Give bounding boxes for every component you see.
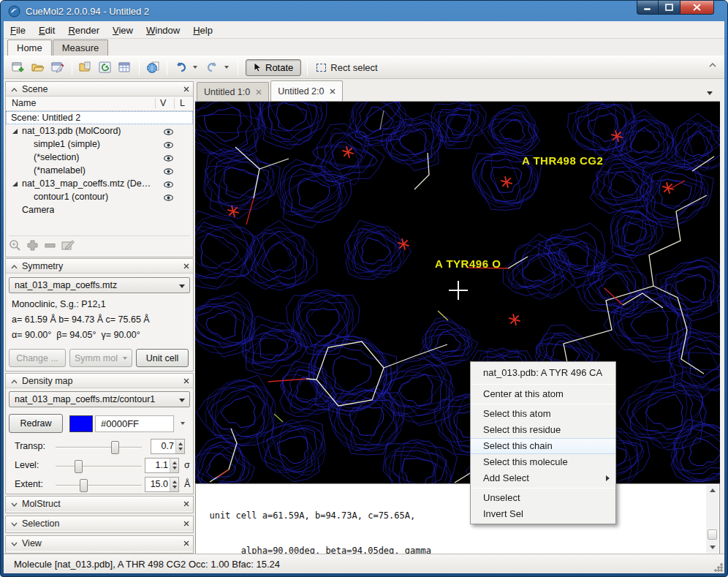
menu-edit[interactable]: Edit (32, 23, 61, 37)
add-object-icon[interactable] (26, 239, 39, 254)
close-panel-icon[interactable] (183, 376, 189, 386)
expander-icon[interactable] (12, 129, 18, 134)
menu-item-select-chain[interactable]: Select this chain (471, 438, 615, 454)
tree-row-selection[interactable]: (*selection) (6, 151, 193, 164)
visibility-eye-icon[interactable] (164, 140, 173, 151)
molecular-viewport-canvas[interactable] (195, 102, 720, 483)
close-panel-icon[interactable] (183, 84, 189, 94)
color-dropdown-caret[interactable] (181, 422, 185, 425)
extent-slider-thumb[interactable] (80, 479, 88, 492)
color-hex-field[interactable]: #0000FF (95, 415, 174, 432)
spin-arrows[interactable] (170, 459, 178, 472)
close-tab-icon[interactable] (256, 89, 262, 95)
menu-item-unselect[interactable]: Unselect (471, 490, 615, 506)
close-button[interactable] (680, 1, 714, 15)
menu-item-select-atom[interactable]: Select this atom (471, 406, 615, 422)
scroll-up-button[interactable] (707, 485, 718, 496)
render-file-button[interactable] (144, 59, 162, 75)
visibility-eye-icon[interactable] (164, 180, 173, 190)
undo-button[interactable] (172, 59, 189, 75)
change-button[interactable]: Change ... (9, 349, 66, 367)
spin-arrows[interactable] (175, 440, 184, 453)
molecular-viewport[interactable]: A THR498 CG2 A TYR496 O (195, 102, 720, 483)
view-header[interactable]: View (6, 536, 193, 551)
column-name[interactable]: Name (12, 98, 36, 108)
molstruct-header[interactable]: MolStruct (6, 497, 193, 511)
selection-header[interactable]: Selection (6, 516, 193, 531)
close-panel-icon[interactable] (183, 518, 189, 529)
visibility-eye-icon[interactable] (164, 167, 173, 177)
level-slider-thumb[interactable] (75, 460, 83, 473)
column-visibility[interactable]: V (160, 98, 166, 108)
tab-home[interactable]: Home (7, 39, 52, 56)
close-tab-icon[interactable] (330, 88, 335, 94)
redo-button[interactable] (203, 59, 221, 75)
menu-item-select-residue[interactable]: Select this residue (471, 422, 615, 438)
expander-icon[interactable] (12, 181, 18, 186)
tree-row-scene[interactable]: Scene: Untitled 2 (6, 111, 193, 124)
open-scene-button[interactable] (29, 59, 47, 75)
title-bar[interactable]: CueMol2 2.0.0.94 - Untitled 2 (1, 1, 727, 21)
open-file-button[interactable] (77, 59, 94, 75)
collapse-panel-chevron[interactable] (11, 376, 18, 386)
remove-object-icon[interactable] (44, 239, 56, 254)
expand-panel-chevron[interactable] (11, 538, 18, 548)
menu-item-add-select[interactable]: Add Select (471, 470, 615, 486)
menu-view[interactable]: View (106, 23, 140, 37)
menu-item-select-molecule[interactable]: Select this molecule (471, 454, 615, 470)
extent-spinbox[interactable]: 15.0 (145, 477, 179, 492)
redo-dropdown-caret[interactable] (224, 66, 229, 69)
map-color-swatch[interactable] (69, 415, 93, 432)
close-panel-icon[interactable] (183, 538, 189, 548)
close-panel-icon[interactable] (183, 499, 189, 509)
menu-help[interactable]: Help (186, 23, 219, 37)
scroll-down-button[interactable] (707, 542, 718, 553)
tree-row-molcoord[interactable]: nat_013.pdb (MolCoord) (6, 124, 193, 137)
transp-slider-thumb[interactable] (111, 441, 119, 454)
new-scene-button[interactable] (10, 59, 27, 75)
log-console[interactable]: unit cell a=61.59A, b=94.73A, c=75.65A, … (195, 483, 720, 554)
menu-item-invert-sel[interactable]: Invert Sel (471, 506, 615, 522)
extent-slider[interactable] (56, 485, 142, 486)
density-dataset-combo[interactable]: nat_013_map_coeffs.mtz/contour1 (9, 391, 190, 407)
tree-row-densmap[interactable]: nat_013_map_coeffs.mtz (De… (6, 177, 193, 190)
expand-panel-chevron[interactable] (11, 499, 18, 509)
maximize-button[interactable] (659, 1, 680, 15)
zoom-tree-icon[interactable] (9, 239, 21, 254)
embed-data-button[interactable] (116, 59, 134, 75)
transp-spinbox[interactable]: 0.7 (151, 439, 185, 454)
resize-grip[interactable] (713, 562, 723, 572)
collapse-panel-chevron[interactable] (11, 261, 18, 271)
properties-icon[interactable] (61, 239, 75, 254)
view-tab-untitled1[interactable]: Untitled 1:0 (197, 82, 269, 101)
level-slider[interactable] (56, 466, 142, 467)
save-scene-button[interactable] (49, 59, 67, 75)
symmetry-panel-header[interactable]: Symmetry (6, 259, 193, 274)
expand-panel-chevron[interactable] (11, 518, 18, 529)
menu-file[interactable]: File (4, 23, 32, 37)
menu-window[interactable]: Window (140, 23, 186, 37)
visibility-eye-icon[interactable] (164, 193, 173, 203)
tree-row-contour1[interactable]: contour1 (contour) (6, 190, 193, 203)
tree-row-camera[interactable]: Camera (6, 203, 193, 216)
density-panel-header[interactable]: Density map (6, 374, 193, 388)
menu-render[interactable]: Render (61, 23, 106, 37)
rotate-toggle-button[interactable]: Rotate (246, 59, 301, 76)
collapse-ribbon-chevron[interactable] (707, 59, 718, 71)
tab-measure[interactable]: Measure (53, 39, 109, 56)
undo-dropdown-caret[interactable] (193, 66, 197, 69)
tab-list-dropdown[interactable] (707, 91, 713, 95)
menu-item-center-atom[interactable]: Center at this atom (471, 386, 615, 402)
column-lock[interactable]: L (180, 98, 185, 108)
console-scrollbar[interactable] (706, 485, 718, 553)
tree-row-namelabel[interactable]: (*namelabel) (6, 164, 193, 177)
level-spinbox[interactable]: 1.1 (145, 458, 179, 473)
redraw-button[interactable]: Redraw (9, 414, 63, 433)
minimize-button[interactable] (637, 1, 659, 15)
rect-select-button[interactable]: Rect select (312, 60, 382, 75)
view-tab-untitled2[interactable]: Untitled 2:0 (270, 80, 343, 101)
scene-panel-header[interactable]: Scene (6, 82, 193, 97)
unit-cell-button[interactable]: Unit cell (136, 349, 189, 367)
spin-arrows[interactable] (170, 478, 178, 491)
transp-slider[interactable] (56, 447, 142, 448)
